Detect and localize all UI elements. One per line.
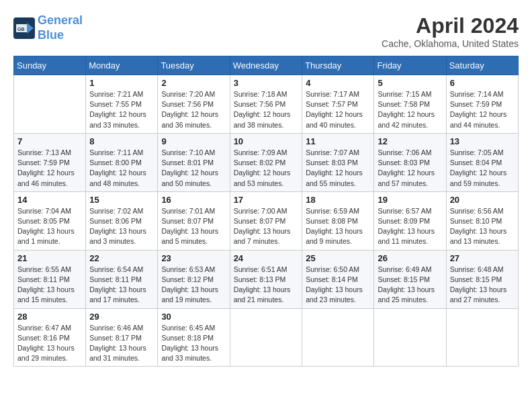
weekday-header-friday: Friday	[374, 56, 446, 75]
day-number: 5	[378, 78, 442, 88]
day-info: Sunrise: 7:06 AM Sunset: 8:03 PM Dayligh…	[378, 148, 442, 189]
calendar-cell: 4Sunrise: 7:17 AM Sunset: 7:57 PM Daylig…	[302, 75, 374, 134]
day-number: 12	[378, 136, 442, 146]
logo-line1: General	[38, 13, 83, 27]
day-info: Sunrise: 7:13 AM Sunset: 7:59 PM Dayligh…	[17, 148, 82, 189]
day-number: 25	[306, 253, 370, 263]
calendar-cell: 30Sunrise: 6:45 AM Sunset: 8:18 PM Dayli…	[158, 308, 230, 367]
calendar-cell: 1Sunrise: 7:21 AM Sunset: 7:55 PM Daylig…	[86, 75, 158, 134]
day-number: 3	[234, 78, 299, 88]
day-number: 13	[450, 136, 515, 146]
calendar-cell: 22Sunrise: 6:54 AM Sunset: 8:11 PM Dayli…	[86, 250, 158, 308]
day-number: 15	[89, 195, 154, 205]
day-info: Sunrise: 7:20 AM Sunset: 7:56 PM Dayligh…	[161, 89, 226, 130]
day-info: Sunrise: 6:48 AM Sunset: 8:15 PM Dayligh…	[450, 265, 515, 306]
calendar-cell: 3Sunrise: 7:18 AM Sunset: 7:56 PM Daylig…	[230, 75, 302, 134]
calendar-cell: 17Sunrise: 7:00 AM Sunset: 8:07 PM Dayli…	[230, 191, 302, 250]
day-number: 29	[89, 312, 154, 322]
calendar-cell: 18Sunrise: 6:59 AM Sunset: 8:08 PM Dayli…	[302, 191, 374, 250]
week-row-5: 28Sunrise: 6:47 AM Sunset: 8:16 PM Dayli…	[14, 308, 519, 367]
location: Cache, Oklahoma, United States	[382, 38, 519, 49]
title-area: April 2024 Cache, Oklahoma, United State…	[382, 13, 519, 49]
calendar-cell: 23Sunrise: 6:53 AM Sunset: 8:12 PM Dayli…	[158, 250, 230, 308]
calendar-cell: 26Sunrise: 6:49 AM Sunset: 8:15 PM Dayli…	[374, 250, 446, 308]
day-info: Sunrise: 7:04 AM Sunset: 8:05 PM Dayligh…	[17, 206, 82, 247]
calendar-cell: 5Sunrise: 7:15 AM Sunset: 7:58 PM Daylig…	[374, 75, 446, 134]
weekday-header-thursday: Thursday	[302, 56, 374, 75]
day-number: 20	[450, 195, 515, 205]
logo-text: General Blue	[38, 13, 83, 42]
calendar-cell	[374, 308, 446, 367]
day-info: Sunrise: 6:53 AM Sunset: 8:12 PM Dayligh…	[161, 265, 226, 306]
calendar-cell: 14Sunrise: 7:04 AM Sunset: 8:05 PM Dayli…	[14, 191, 86, 250]
calendar-cell: 15Sunrise: 7:02 AM Sunset: 8:06 PM Dayli…	[86, 191, 158, 250]
calendar-cell: 12Sunrise: 7:06 AM Sunset: 8:03 PM Dayli…	[374, 133, 446, 191]
calendar-cell	[14, 75, 86, 134]
weekday-header-row: SundayMondayTuesdayWednesdayThursdayFrid…	[14, 56, 519, 75]
day-number: 4	[306, 78, 370, 88]
calendar-cell: 29Sunrise: 6:46 AM Sunset: 8:17 PM Dayli…	[86, 308, 158, 367]
calendar-table: SundayMondayTuesdayWednesdayThursdayFrid…	[13, 56, 519, 367]
calendar-cell: 11Sunrise: 7:07 AM Sunset: 8:03 PM Dayli…	[302, 133, 374, 191]
svg-text:GB: GB	[17, 27, 25, 32]
week-row-3: 14Sunrise: 7:04 AM Sunset: 8:05 PM Dayli…	[14, 191, 519, 250]
day-info: Sunrise: 7:02 AM Sunset: 8:06 PM Dayligh…	[89, 206, 154, 247]
day-info: Sunrise: 7:01 AM Sunset: 8:07 PM Dayligh…	[161, 206, 226, 247]
day-number: 1	[89, 78, 154, 88]
day-info: Sunrise: 7:17 AM Sunset: 7:57 PM Dayligh…	[306, 89, 370, 130]
day-info: Sunrise: 6:59 AM Sunset: 8:08 PM Dayligh…	[306, 206, 370, 247]
day-number: 16	[161, 195, 226, 205]
day-info: Sunrise: 7:18 AM Sunset: 7:56 PM Dayligh…	[234, 89, 299, 130]
day-number: 26	[378, 253, 442, 263]
day-info: Sunrise: 7:00 AM Sunset: 8:07 PM Dayligh…	[234, 206, 299, 247]
day-info: Sunrise: 7:09 AM Sunset: 8:02 PM Dayligh…	[234, 148, 299, 189]
day-info: Sunrise: 7:05 AM Sunset: 8:04 PM Dayligh…	[450, 148, 515, 189]
calendar-cell: 27Sunrise: 6:48 AM Sunset: 8:15 PM Dayli…	[446, 250, 518, 308]
day-number: 6	[450, 78, 515, 88]
month-year: April 2024	[382, 13, 519, 38]
day-number: 9	[161, 136, 226, 146]
day-number: 7	[17, 136, 82, 146]
week-row-1: 1Sunrise: 7:21 AM Sunset: 7:55 PM Daylig…	[14, 75, 519, 134]
day-number: 21	[17, 253, 82, 263]
calendar-cell: 9Sunrise: 7:10 AM Sunset: 8:01 PM Daylig…	[158, 133, 230, 191]
weekday-header-tuesday: Tuesday	[158, 56, 230, 75]
calendar-cell: 20Sunrise: 6:56 AM Sunset: 8:10 PM Dayli…	[446, 191, 518, 250]
calendar-body: 1Sunrise: 7:21 AM Sunset: 7:55 PM Daylig…	[14, 75, 519, 367]
day-number: 8	[89, 136, 154, 146]
calendar-cell: 19Sunrise: 6:57 AM Sunset: 8:09 PM Dayli…	[374, 191, 446, 250]
day-info: Sunrise: 6:54 AM Sunset: 8:11 PM Dayligh…	[89, 265, 154, 306]
weekday-header-monday: Monday	[86, 56, 158, 75]
day-info: Sunrise: 7:07 AM Sunset: 8:03 PM Dayligh…	[306, 148, 370, 189]
calendar-cell	[446, 308, 518, 367]
day-number: 19	[378, 195, 442, 205]
weekday-header-wednesday: Wednesday	[230, 56, 302, 75]
day-info: Sunrise: 7:14 AM Sunset: 7:59 PM Dayligh…	[450, 89, 515, 130]
day-info: Sunrise: 6:49 AM Sunset: 8:15 PM Dayligh…	[378, 265, 442, 306]
day-number: 14	[17, 195, 82, 205]
logo: GB General Blue	[13, 13, 83, 42]
day-info: Sunrise: 6:56 AM Sunset: 8:10 PM Dayligh…	[450, 206, 515, 247]
day-number: 2	[161, 78, 226, 88]
day-info: Sunrise: 7:10 AM Sunset: 8:01 PM Dayligh…	[161, 148, 226, 189]
calendar-cell: 8Sunrise: 7:11 AM Sunset: 8:00 PM Daylig…	[86, 133, 158, 191]
day-number: 27	[450, 253, 515, 263]
week-row-2: 7Sunrise: 7:13 AM Sunset: 7:59 PM Daylig…	[14, 133, 519, 191]
week-row-4: 21Sunrise: 6:55 AM Sunset: 8:11 PM Dayli…	[14, 250, 519, 308]
calendar-cell: 28Sunrise: 6:47 AM Sunset: 8:16 PM Dayli…	[14, 308, 86, 367]
day-number: 30	[161, 312, 226, 322]
day-info: Sunrise: 6:50 AM Sunset: 8:14 PM Dayligh…	[306, 265, 370, 306]
day-number: 17	[234, 195, 299, 205]
calendar-cell: 10Sunrise: 7:09 AM Sunset: 8:02 PM Dayli…	[230, 133, 302, 191]
day-number: 22	[89, 253, 154, 263]
day-number: 18	[306, 195, 370, 205]
day-number: 10	[234, 136, 299, 146]
day-info: Sunrise: 7:21 AM Sunset: 7:55 PM Dayligh…	[89, 89, 154, 130]
calendar-cell: 13Sunrise: 7:05 AM Sunset: 8:04 PM Dayli…	[446, 133, 518, 191]
calendar-cell	[230, 308, 302, 367]
weekday-header-sunday: Sunday	[14, 56, 86, 75]
weekday-header-saturday: Saturday	[446, 56, 518, 75]
day-number: 24	[234, 253, 299, 263]
calendar-cell: 16Sunrise: 7:01 AM Sunset: 8:07 PM Dayli…	[158, 191, 230, 250]
calendar-cell: 6Sunrise: 7:14 AM Sunset: 7:59 PM Daylig…	[446, 75, 518, 134]
